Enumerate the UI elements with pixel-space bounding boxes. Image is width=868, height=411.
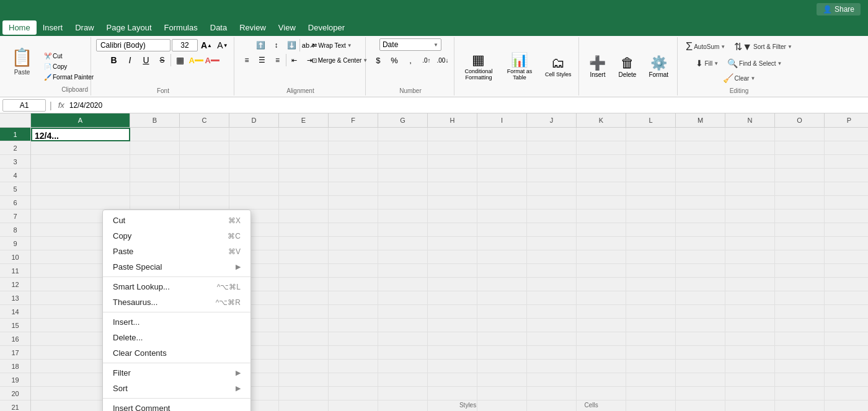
row-number-21[interactable]: 21 [0,400,30,411]
percent-button[interactable]: % [387,53,402,67]
format-button[interactable]: ⚙️ Format [644,54,673,79]
cell-G17[interactable] [378,346,428,360]
cell-E11[interactable] [279,264,329,278]
cell-N17[interactable] [725,346,775,360]
cell-P6[interactable] [825,196,868,210]
cell-F17[interactable] [329,346,378,360]
cell-I14[interactable] [477,305,527,319]
cell-J9[interactable] [527,237,577,250]
context-menu-item-sort[interactable]: Sort▶ [103,381,250,396]
cell-I3[interactable] [477,155,527,169]
row-number-3[interactable]: 3 [0,155,30,169]
cell-P1[interactable] [825,128,868,141]
bold-button[interactable]: B [106,53,121,67]
font-size-input[interactable] [172,39,198,51]
cell-G21[interactable] [378,400,428,411]
cell-C1[interactable] [180,128,229,141]
cell-H6[interactable] [428,196,477,210]
col-header-c[interactable]: C [180,113,229,127]
underline-button[interactable]: U [138,53,153,67]
cell-M9[interactable] [676,237,725,250]
cell-A5[interactable] [31,182,130,196]
cell-K3[interactable] [577,155,626,169]
cell-N8[interactable] [725,223,775,237]
cell-B5[interactable] [130,182,180,196]
cell-J16[interactable] [527,332,577,346]
cell-O17[interactable] [775,346,825,360]
cell-E12[interactable] [279,278,329,291]
cell-O6[interactable] [775,196,825,210]
menu-page-layout[interactable]: Page Layout [100,20,158,35]
cell-G3[interactable] [378,155,428,169]
cell-O5[interactable] [775,182,825,196]
cell-C3[interactable] [180,155,229,169]
cell-L4[interactable] [626,169,676,182]
cell-E18[interactable] [279,360,329,373]
cell-G13[interactable] [378,291,428,305]
cell-L2[interactable] [626,141,676,155]
cell-M19[interactable] [676,373,725,387]
cell-J19[interactable] [527,373,577,387]
cell-H1[interactable] [428,128,477,141]
cell-O18[interactable] [775,360,825,373]
cell-A2[interactable] [31,141,130,155]
col-header-i[interactable]: I [477,113,527,127]
insert-button[interactable]: ➕ Insert [584,54,611,79]
cell-K4[interactable] [577,169,626,182]
sort-filter-button[interactable]: ⇅▼ Sort & Filter ▼ [731,39,795,55]
cell-E3[interactable] [279,155,329,169]
menu-formulas[interactable]: Formulas [158,20,204,35]
menu-review[interactable]: Review [233,20,272,35]
cell-P5[interactable] [825,182,868,196]
cell-H19[interactable] [428,373,477,387]
cell-B2[interactable] [130,141,180,155]
col-header-d[interactable]: D [229,113,279,127]
row-number-16[interactable]: 16 [0,332,30,346]
context-menu-item-paste-special[interactable]: Paste Special▶ [103,259,250,275]
cell-I11[interactable] [477,264,527,278]
font-name-input[interactable] [96,39,170,51]
cell-E4[interactable] [279,169,329,182]
cell-P12[interactable] [825,278,868,291]
cell-J3[interactable] [527,155,577,169]
cell-L9[interactable] [626,237,676,250]
cell-N20[interactable] [725,387,775,400]
cell-H5[interactable] [428,182,477,196]
cell-F18[interactable] [329,360,378,373]
row-number-9[interactable]: 9 [0,237,30,250]
fill-color-button[interactable]: A [188,53,203,67]
cell-L17[interactable] [626,346,676,360]
cell-M14[interactable] [676,305,725,319]
cell-M18[interactable] [676,360,725,373]
cell-N21[interactable] [725,400,775,411]
cell-A3[interactable] [31,155,130,169]
cell-I17[interactable] [477,346,527,360]
cell-M6[interactable] [676,196,725,210]
cell-K10[interactable] [577,250,626,264]
context-menu-item-smart-lookup---[interactable]: Smart Lookup...^⌥⌘L [103,279,250,294]
col-header-m[interactable]: M [676,113,725,127]
cell-H8[interactable] [428,223,477,237]
cell-L11[interactable] [626,264,676,278]
cell-C4[interactable] [180,169,229,182]
menu-draw[interactable]: Draw [69,20,100,35]
cell-G18[interactable] [378,360,428,373]
cell-N6[interactable] [725,196,775,210]
accounting-button[interactable]: $ [371,53,386,67]
cell-O16[interactable] [775,332,825,346]
cell-G10[interactable] [378,250,428,264]
cell-J11[interactable] [527,264,577,278]
row-number-1[interactable]: 1 [0,128,30,141]
cell-F10[interactable] [329,250,378,264]
cell-G15[interactable] [378,319,428,332]
cell-J10[interactable] [527,250,577,264]
cell-K12[interactable] [577,278,626,291]
cell-M2[interactable] [676,141,725,155]
cell-F4[interactable] [329,169,378,182]
cell-O12[interactable] [775,278,825,291]
cell-K17[interactable] [577,346,626,360]
context-menu-item-insert-comment[interactable]: Insert Comment [103,400,250,411]
cell-G6[interactable] [378,196,428,210]
cell-O10[interactable] [775,250,825,264]
cell-O8[interactable] [775,223,825,237]
